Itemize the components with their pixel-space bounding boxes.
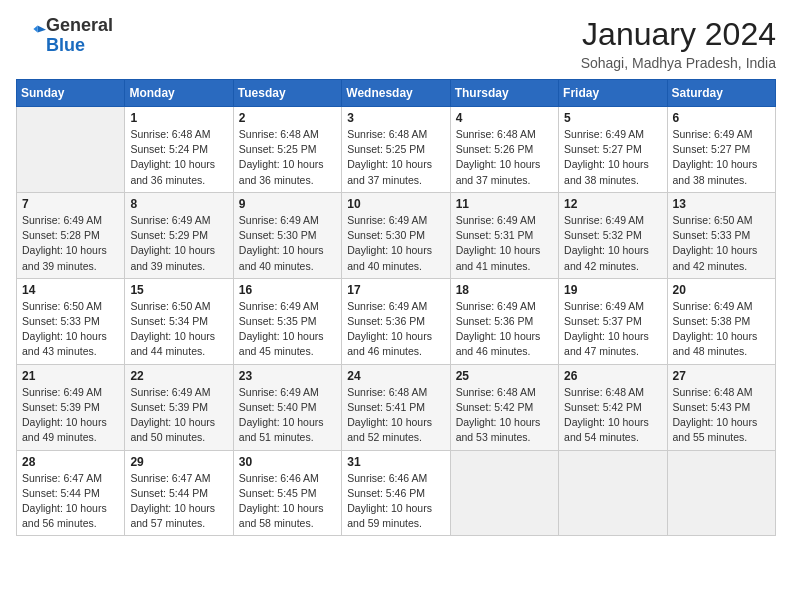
calendar-cell: 1Sunrise: 6:48 AMSunset: 5:24 PMDaylight…	[125, 107, 233, 193]
day-number: 29	[130, 455, 227, 469]
day-info: Sunrise: 6:46 AMSunset: 5:45 PMDaylight:…	[239, 471, 336, 532]
day-number: 5	[564, 111, 661, 125]
day-info: Sunrise: 6:49 AMSunset: 5:27 PMDaylight:…	[564, 127, 661, 188]
calendar-cell: 26Sunrise: 6:48 AMSunset: 5:42 PMDayligh…	[559, 364, 667, 450]
day-number: 22	[130, 369, 227, 383]
calendar-cell: 31Sunrise: 6:46 AMSunset: 5:46 PMDayligh…	[342, 450, 450, 536]
day-number: 30	[239, 455, 336, 469]
day-info: Sunrise: 6:48 AMSunset: 5:42 PMDaylight:…	[564, 385, 661, 446]
day-info: Sunrise: 6:49 AMSunset: 5:39 PMDaylight:…	[130, 385, 227, 446]
calendar-cell: 29Sunrise: 6:47 AMSunset: 5:44 PMDayligh…	[125, 450, 233, 536]
logo-general: General	[46, 15, 113, 35]
weekday-header: Tuesday	[233, 80, 341, 107]
calendar-cell: 27Sunrise: 6:48 AMSunset: 5:43 PMDayligh…	[667, 364, 775, 450]
calendar-week-row: 14Sunrise: 6:50 AMSunset: 5:33 PMDayligh…	[17, 278, 776, 364]
day-info: Sunrise: 6:46 AMSunset: 5:46 PMDaylight:…	[347, 471, 444, 532]
day-info: Sunrise: 6:49 AMSunset: 5:36 PMDaylight:…	[347, 299, 444, 360]
calendar-week-row: 28Sunrise: 6:47 AMSunset: 5:44 PMDayligh…	[17, 450, 776, 536]
day-info: Sunrise: 6:48 AMSunset: 5:41 PMDaylight:…	[347, 385, 444, 446]
day-number: 18	[456, 283, 553, 297]
calendar-week-row: 21Sunrise: 6:49 AMSunset: 5:39 PMDayligh…	[17, 364, 776, 450]
day-number: 31	[347, 455, 444, 469]
day-info: Sunrise: 6:49 AMSunset: 5:31 PMDaylight:…	[456, 213, 553, 274]
day-info: Sunrise: 6:47 AMSunset: 5:44 PMDaylight:…	[22, 471, 119, 532]
svg-marker-1	[33, 25, 37, 32]
day-number: 13	[673, 197, 770, 211]
calendar-table: SundayMondayTuesdayWednesdayThursdayFrid…	[16, 79, 776, 536]
calendar-cell: 8Sunrise: 6:49 AMSunset: 5:29 PMDaylight…	[125, 192, 233, 278]
calendar-cell	[667, 450, 775, 536]
day-number: 23	[239, 369, 336, 383]
day-number: 2	[239, 111, 336, 125]
day-info: Sunrise: 6:47 AMSunset: 5:44 PMDaylight:…	[130, 471, 227, 532]
calendar-cell: 25Sunrise: 6:48 AMSunset: 5:42 PMDayligh…	[450, 364, 558, 450]
calendar-cell: 3Sunrise: 6:48 AMSunset: 5:25 PMDaylight…	[342, 107, 450, 193]
calendar-cell: 2Sunrise: 6:48 AMSunset: 5:25 PMDaylight…	[233, 107, 341, 193]
calendar-cell: 22Sunrise: 6:49 AMSunset: 5:39 PMDayligh…	[125, 364, 233, 450]
calendar-cell: 17Sunrise: 6:49 AMSunset: 5:36 PMDayligh…	[342, 278, 450, 364]
day-number: 12	[564, 197, 661, 211]
day-number: 15	[130, 283, 227, 297]
day-number: 7	[22, 197, 119, 211]
month-title: January 2024	[581, 16, 776, 53]
calendar-cell: 28Sunrise: 6:47 AMSunset: 5:44 PMDayligh…	[17, 450, 125, 536]
day-info: Sunrise: 6:48 AMSunset: 5:25 PMDaylight:…	[347, 127, 444, 188]
calendar-cell: 21Sunrise: 6:49 AMSunset: 5:39 PMDayligh…	[17, 364, 125, 450]
calendar-cell: 18Sunrise: 6:49 AMSunset: 5:36 PMDayligh…	[450, 278, 558, 364]
day-number: 21	[22, 369, 119, 383]
calendar-cell: 13Sunrise: 6:50 AMSunset: 5:33 PMDayligh…	[667, 192, 775, 278]
weekday-header: Monday	[125, 80, 233, 107]
day-info: Sunrise: 6:48 AMSunset: 5:26 PMDaylight:…	[456, 127, 553, 188]
day-info: Sunrise: 6:49 AMSunset: 5:39 PMDaylight:…	[22, 385, 119, 446]
calendar-cell: 15Sunrise: 6:50 AMSunset: 5:34 PMDayligh…	[125, 278, 233, 364]
title-block: January 2024 Sohagi, Madhya Pradesh, Ind…	[581, 16, 776, 71]
calendar-cell: 9Sunrise: 6:49 AMSunset: 5:30 PMDaylight…	[233, 192, 341, 278]
day-info: Sunrise: 6:50 AMSunset: 5:33 PMDaylight:…	[22, 299, 119, 360]
weekday-header: Saturday	[667, 80, 775, 107]
day-number: 1	[130, 111, 227, 125]
calendar-cell: 12Sunrise: 6:49 AMSunset: 5:32 PMDayligh…	[559, 192, 667, 278]
calendar-week-row: 1Sunrise: 6:48 AMSunset: 5:24 PMDaylight…	[17, 107, 776, 193]
day-info: Sunrise: 6:48 AMSunset: 5:25 PMDaylight:…	[239, 127, 336, 188]
weekday-header: Sunday	[17, 80, 125, 107]
day-info: Sunrise: 6:49 AMSunset: 5:36 PMDaylight:…	[456, 299, 553, 360]
day-info: Sunrise: 6:49 AMSunset: 5:30 PMDaylight:…	[239, 213, 336, 274]
day-number: 27	[673, 369, 770, 383]
day-number: 28	[22, 455, 119, 469]
weekday-header: Friday	[559, 80, 667, 107]
day-info: Sunrise: 6:50 AMSunset: 5:33 PMDaylight:…	[673, 213, 770, 274]
calendar-cell: 24Sunrise: 6:48 AMSunset: 5:41 PMDayligh…	[342, 364, 450, 450]
calendar-cell: 20Sunrise: 6:49 AMSunset: 5:38 PMDayligh…	[667, 278, 775, 364]
weekday-header: Thursday	[450, 80, 558, 107]
day-number: 4	[456, 111, 553, 125]
weekday-header: Wednesday	[342, 80, 450, 107]
calendar-header-row: SundayMondayTuesdayWednesdayThursdayFrid…	[17, 80, 776, 107]
day-number: 19	[564, 283, 661, 297]
day-number: 8	[130, 197, 227, 211]
day-info: Sunrise: 6:49 AMSunset: 5:38 PMDaylight:…	[673, 299, 770, 360]
day-info: Sunrise: 6:48 AMSunset: 5:42 PMDaylight:…	[456, 385, 553, 446]
day-number: 14	[22, 283, 119, 297]
calendar-cell: 23Sunrise: 6:49 AMSunset: 5:40 PMDayligh…	[233, 364, 341, 450]
day-info: Sunrise: 6:48 AMSunset: 5:43 PMDaylight:…	[673, 385, 770, 446]
calendar-cell	[17, 107, 125, 193]
calendar-cell: 5Sunrise: 6:49 AMSunset: 5:27 PMDaylight…	[559, 107, 667, 193]
day-info: Sunrise: 6:49 AMSunset: 5:35 PMDaylight:…	[239, 299, 336, 360]
calendar-week-row: 7Sunrise: 6:49 AMSunset: 5:28 PMDaylight…	[17, 192, 776, 278]
calendar-cell: 6Sunrise: 6:49 AMSunset: 5:27 PMDaylight…	[667, 107, 775, 193]
day-number: 25	[456, 369, 553, 383]
day-number: 16	[239, 283, 336, 297]
day-info: Sunrise: 6:49 AMSunset: 5:32 PMDaylight:…	[564, 213, 661, 274]
day-number: 6	[673, 111, 770, 125]
logo: General Blue	[16, 16, 113, 56]
day-info: Sunrise: 6:48 AMSunset: 5:24 PMDaylight:…	[130, 127, 227, 188]
calendar-cell: 10Sunrise: 6:49 AMSunset: 5:30 PMDayligh…	[342, 192, 450, 278]
day-info: Sunrise: 6:49 AMSunset: 5:29 PMDaylight:…	[130, 213, 227, 274]
day-number: 17	[347, 283, 444, 297]
day-info: Sunrise: 6:49 AMSunset: 5:37 PMDaylight:…	[564, 299, 661, 360]
day-number: 9	[239, 197, 336, 211]
calendar-cell: 11Sunrise: 6:49 AMSunset: 5:31 PMDayligh…	[450, 192, 558, 278]
location-subtitle: Sohagi, Madhya Pradesh, India	[581, 55, 776, 71]
calendar-cell	[450, 450, 558, 536]
calendar-cell: 7Sunrise: 6:49 AMSunset: 5:28 PMDaylight…	[17, 192, 125, 278]
